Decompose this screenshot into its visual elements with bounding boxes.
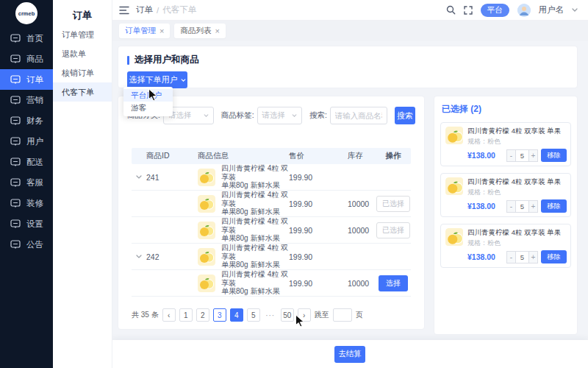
secondary-sidebar: 订单 订单管理 退款单 核销订单 代客下单 (53, 0, 112, 368)
selected-item-card: 四川青黄柠檬 4粒 双享装 单果80g 四川青黄柠檬 4粒 双享装 单果80g … (440, 122, 571, 166)
tab-product-list[interactable]: 商品列表 × (174, 24, 225, 38)
quantity-input[interactable] (516, 149, 528, 162)
fullscreen-icon[interactable] (464, 6, 473, 15)
search-input[interactable] (330, 107, 387, 124)
platform-badge[interactable]: 平台 (481, 4, 509, 17)
prev-page-button[interactable]: ‹ (162, 308, 176, 322)
top-bar: 订单 / 代客下单 平台 用户名 (112, 0, 588, 21)
col-product-id: 商品ID (146, 151, 192, 161)
sidebar-item-marketing[interactable]: 营销 (0, 90, 53, 110)
sidebar-item-announcement[interactable]: 公告 (0, 234, 53, 255)
username[interactable]: 用户名 (539, 4, 564, 15)
submenu-item-refund[interactable]: 退款单 (53, 44, 112, 63)
sidebar-item-finance[interactable]: 财务 (0, 110, 53, 131)
user-avatar[interactable] (517, 4, 531, 17)
minus-button[interactable]: - (506, 251, 516, 263)
page-button-5[interactable]: 5 (247, 308, 260, 322)
product-image (198, 222, 215, 239)
product-icon (10, 54, 21, 64)
submenu-item-verify-order[interactable]: 核销订单 (53, 63, 112, 82)
remove-button[interactable]: 移除 (541, 149, 567, 162)
quantity-input[interactable] (516, 251, 528, 263)
selected-item-price: ¥138.00 (467, 252, 503, 261)
select-user-button-label: 选择下单用户 (129, 74, 178, 85)
sidebar-item-orders[interactable]: 订单 (0, 69, 53, 90)
tag-select[interactable]: 请选择 (257, 107, 302, 124)
submenu-item-order-for-customer[interactable]: 代客下单 (53, 82, 112, 102)
page-button-3[interactable]: 3 (213, 308, 226, 322)
selected-item-name: 四川青黄柠檬 4粒 双享装 单果80g 四川青黄柠檬 4粒 双享装 单果80g (467, 228, 567, 237)
tab-label: 商品列表 (180, 26, 211, 36)
selected-item-spec: 规格：粉色 (467, 238, 567, 248)
sidebar-item-products[interactable]: 商品 (0, 49, 53, 69)
remove-button[interactable]: 移除 (541, 250, 567, 263)
remove-button[interactable]: 移除 (541, 199, 567, 213)
topbar-actions: 平台 用户名 (446, 4, 578, 17)
expand-row-icon[interactable] (132, 255, 146, 258)
jump-page-input[interactable] (333, 308, 352, 322)
select-user-card: 选择用户和商品 选择下单用户 (118, 46, 578, 88)
sidebar-item-label: 装修 (26, 198, 43, 209)
sidebar-item-customer-service[interactable]: 客服 (0, 172, 53, 193)
dropdown-item-guest[interactable]: 游客 (123, 102, 173, 114)
settings-icon (10, 219, 21, 229)
dropdown-item-platform-user[interactable]: 平台用户 (123, 89, 173, 102)
minus-button[interactable]: - (506, 149, 516, 162)
main-area: 订单 / 代客下单 平台 用户名 (112, 0, 588, 368)
sidebar-item-settings[interactable]: 设置 (0, 213, 53, 234)
sidebar-item-decoration[interactable]: 装修 (0, 193, 53, 213)
select-button[interactable]: 选择 (379, 275, 408, 291)
logo-text: crmeb (18, 10, 35, 17)
plus-button[interactable]: + (528, 200, 538, 213)
product-image (198, 195, 215, 213)
sidebar-item-label: 用户 (26, 136, 43, 147)
minus-button[interactable]: - (506, 200, 516, 213)
section-title: 选择用户和商品 (118, 46, 577, 66)
next-page-button[interactable]: › (298, 308, 311, 322)
sidebar-item-delivery[interactable]: 配送 (0, 152, 53, 172)
collapse-menu-icon[interactable] (119, 6, 129, 15)
quantity-stepper: - + (506, 251, 538, 263)
quantity-stepper: - + (506, 200, 538, 213)
expand-row-icon[interactable] (132, 175, 146, 179)
quantity-input[interactable] (516, 200, 528, 213)
search-label: 搜索: (309, 110, 327, 121)
sidebar-item-home[interactable]: 首页 (0, 28, 53, 49)
product-list-card: 商品分类: 请选择 商品标签: 请选择 搜索: 搜索 商品ID 商品 (118, 96, 425, 330)
close-icon[interactable]: × (159, 26, 164, 35)
tab-order-manage[interactable]: 订单管理 × (119, 24, 170, 38)
selected-button[interactable]: 已选择 (376, 196, 410, 212)
product-price: 199.90 (289, 279, 340, 288)
checkout-bar: 去结算 (112, 340, 588, 368)
search-icon[interactable] (446, 5, 456, 15)
user-icon (10, 136, 21, 146)
product-name: 四川青黄柠檬 4粒 双享装单果80g 新鲜水果 (221, 244, 289, 269)
breadcrumb-section[interactable]: 订单 (136, 4, 153, 15)
page-button-4[interactable]: 4 (230, 308, 243, 322)
product-price: 199.90 (289, 252, 340, 261)
table-row: 241 四川青黄柠檬 4粒 双享装单果80g 新鲜水果 199.90 (132, 164, 411, 191)
plus-button[interactable]: + (528, 149, 538, 162)
chevron-down-icon[interactable] (572, 8, 578, 12)
page-button-50[interactable]: 50 (281, 308, 294, 322)
product-price: 199.90 (289, 173, 340, 182)
sidebar-item-users[interactable]: 用户 (0, 131, 53, 152)
table-row: 四川青黄柠檬 4粒 双享装单果80g 新鲜水果 199.90 10000 选择 (132, 270, 411, 297)
selected-panel: 已选择 (2) 四川青黄柠檬 4粒 双享装 单果80g 四川青黄柠檬 4粒 双享… (434, 96, 578, 335)
page-button-1[interactable]: 1 (179, 308, 193, 322)
close-icon[interactable]: × (215, 26, 219, 35)
page-button-2[interactable]: 2 (196, 308, 209, 322)
select-user-button[interactable]: 选择下单用户 (127, 71, 187, 88)
primary-nav: 首页 商品 订单 营销 财务 用户 配送 客服 装修 设置 公告 (0, 28, 53, 255)
submenu-item-order-manage[interactable]: 订单管理 (53, 25, 112, 44)
decoration-icon (10, 198, 21, 208)
selected-item-price: ¥138.00 (467, 151, 503, 160)
breadcrumb: 订单 / 代客下单 (136, 4, 196, 15)
plus-button[interactable]: + (528, 251, 538, 263)
sidebar-item-label: 首页 (26, 33, 43, 44)
checkout-button[interactable]: 去结算 (334, 346, 365, 363)
product-table: 商品ID 商品信息 售价 库存 操作 241 四川青黄柠檬 4粒 双享装单果80… (132, 148, 411, 297)
product-id: 242 (146, 252, 192, 261)
selected-button[interactable]: 已选择 (376, 222, 410, 238)
search-button[interactable]: 搜索 (395, 107, 415, 124)
